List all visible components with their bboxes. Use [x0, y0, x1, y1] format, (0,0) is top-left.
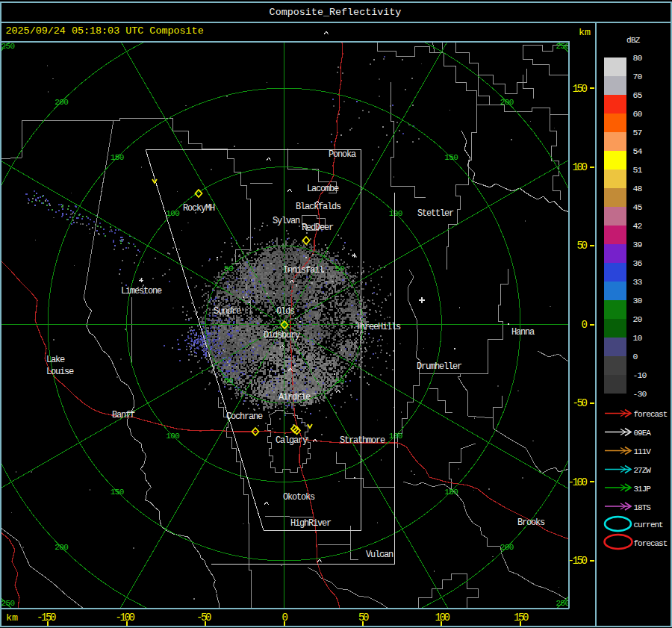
- svg-text:2025/09/24 05:18:03 UTC Compos: 2025/09/24 05:18:03 UTC Composite: [6, 25, 204, 37]
- svg-text:150: 150: [111, 153, 124, 162]
- svg-text:100: 100: [573, 161, 588, 173]
- svg-text:forecast: forecast: [634, 410, 668, 419]
- svg-text:80: 80: [633, 53, 643, 63]
- svg-text:-150: -150: [568, 555, 588, 567]
- svg-text:Lake: Lake: [46, 355, 65, 365]
- svg-text:31JP: 31JP: [634, 485, 652, 494]
- svg-text:27ZW: 27ZW: [634, 466, 652, 475]
- svg-text:Cochrane: Cochrane: [226, 411, 263, 422]
- svg-text:HighRiver: HighRiver: [290, 518, 332, 529]
- svg-text:250: 250: [556, 42, 569, 51]
- svg-text:250: 250: [556, 599, 569, 608]
- svg-text:57: 57: [633, 128, 642, 137]
- svg-text:20: 20: [633, 314, 643, 324]
- svg-text:45: 45: [633, 202, 643, 212]
- svg-text:30: 30: [633, 296, 643, 305]
- svg-text:50: 50: [335, 264, 344, 273]
- svg-text:Sundre: Sundre: [214, 306, 241, 317]
- svg-text:Limestone: Limestone: [121, 286, 162, 296]
- svg-text:Olds: Olds: [276, 306, 295, 317]
- svg-text:70: 70: [633, 72, 643, 81]
- svg-text:200: 200: [55, 98, 68, 107]
- svg-text:09EA: 09EA: [634, 429, 652, 438]
- svg-text:200: 200: [500, 543, 514, 552]
- svg-text:forecast: forecast: [634, 539, 668, 548]
- svg-text:100: 100: [166, 209, 179, 218]
- svg-text:Ponoka: Ponoka: [329, 149, 356, 160]
- svg-text:42: 42: [633, 221, 643, 231]
- svg-text:Calgary: Calgary: [276, 435, 308, 446]
- svg-text:100: 100: [389, 209, 402, 218]
- svg-text:150: 150: [444, 153, 458, 162]
- svg-text:100: 100: [166, 432, 179, 441]
- svg-text:RockyMH: RockyMH: [183, 203, 215, 214]
- svg-text:Strathmore: Strathmore: [340, 435, 385, 446]
- svg-text:200: 200: [500, 98, 514, 107]
- svg-text:-100: -100: [116, 612, 135, 624]
- svg-text:-30: -30: [633, 389, 647, 399]
- svg-text:Drumheller: Drumheller: [417, 361, 462, 372]
- svg-text:-10: -10: [633, 370, 647, 380]
- svg-text:54: 54: [633, 146, 643, 156]
- svg-text:ThreeHills: ThreeHills: [355, 322, 401, 332]
- svg-text:-100: -100: [568, 476, 588, 488]
- svg-text:10: 10: [633, 333, 643, 343]
- svg-text:Brooks: Brooks: [517, 517, 545, 528]
- svg-text:Airdrie: Airdrie: [279, 392, 311, 402]
- svg-text:65: 65: [633, 90, 643, 100]
- svg-text:Vulcan: Vulcan: [366, 550, 393, 560]
- svg-text:150: 150: [111, 488, 124, 497]
- svg-text:111V: 111V: [634, 447, 652, 456]
- svg-text:150: 150: [573, 83, 588, 95]
- svg-text:51: 51: [633, 165, 643, 175]
- svg-text:50: 50: [358, 612, 369, 624]
- svg-text:Sylvan: Sylvan: [273, 216, 300, 226]
- svg-text:Innisfail: Innisfail: [283, 265, 324, 276]
- svg-text:39: 39: [633, 240, 643, 249]
- svg-text:60: 60: [633, 109, 643, 119]
- svg-text:Composite_Reflectivity: Composite_Reflectivity: [270, 7, 402, 18]
- svg-text:200: 200: [55, 543, 68, 552]
- svg-text:-50: -50: [573, 397, 588, 409]
- svg-text:100: 100: [435, 612, 449, 624]
- svg-text:Stettler: Stettler: [417, 208, 454, 219]
- svg-text:50: 50: [577, 240, 588, 252]
- svg-text:150: 150: [514, 612, 529, 624]
- svg-text:100: 100: [389, 432, 402, 441]
- svg-text:RedDeer: RedDeer: [302, 223, 334, 233]
- svg-text:33: 33: [633, 277, 643, 287]
- svg-text:0: 0: [633, 352, 638, 361]
- svg-text:50: 50: [224, 264, 233, 273]
- svg-text:48: 48: [633, 184, 643, 193]
- svg-text:km: km: [579, 27, 591, 38]
- svg-text:Banff: Banff: [112, 410, 135, 420]
- svg-text:Lacombe: Lacombe: [307, 184, 339, 194]
- svg-text:250: 250: [1, 42, 15, 51]
- svg-text:50: 50: [335, 376, 344, 385]
- svg-text:150: 150: [444, 488, 458, 497]
- svg-text:-50: -50: [196, 612, 211, 624]
- svg-text:current: current: [634, 520, 664, 529]
- svg-text:36: 36: [633, 258, 643, 268]
- svg-text:-150: -150: [37, 612, 56, 624]
- svg-text:Okotoks: Okotoks: [283, 492, 315, 503]
- svg-text:Hanna: Hanna: [511, 327, 535, 338]
- svg-text:dBZ: dBZ: [626, 36, 641, 45]
- svg-text:km: km: [6, 612, 18, 624]
- svg-text:Louise: Louise: [46, 367, 74, 377]
- svg-text:Didsbury: Didsbury: [264, 330, 300, 341]
- svg-text:18TS: 18TS: [634, 503, 652, 512]
- svg-text:250: 250: [1, 599, 15, 608]
- svg-text:Blackfalds: Blackfalds: [296, 202, 341, 212]
